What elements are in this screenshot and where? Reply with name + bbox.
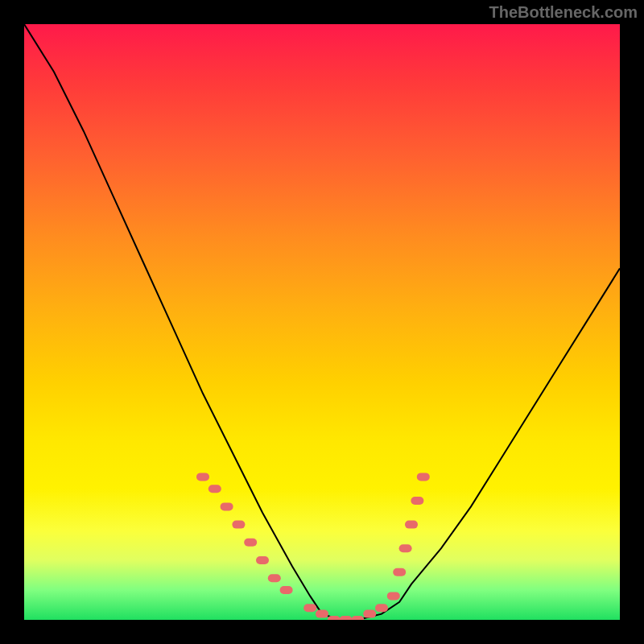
marker-point [363,610,376,618]
marker-point [393,568,406,576]
marker-point [375,604,388,612]
marker-point [417,473,430,481]
marker-point [268,574,281,582]
curve-line [24,24,620,620]
marker-point [232,521,245,529]
marker-point [387,592,400,600]
curve-markers [196,473,430,620]
chart-svg [24,24,620,620]
chart-plot-area [24,24,620,620]
marker-point [244,539,257,547]
marker-point [208,485,221,493]
marker-point [351,616,364,620]
marker-point [196,473,209,481]
marker-point [303,604,316,612]
marker-point [405,521,418,529]
marker-point [399,544,412,552]
marker-point [280,586,293,594]
marker-point [221,502,233,510]
marker-point [411,497,423,505]
marker-point [340,616,353,620]
marker-point [328,616,341,620]
watermark-text: TheBottleneck.com [489,3,638,22]
marker-point [256,556,269,564]
marker-point [316,610,328,618]
